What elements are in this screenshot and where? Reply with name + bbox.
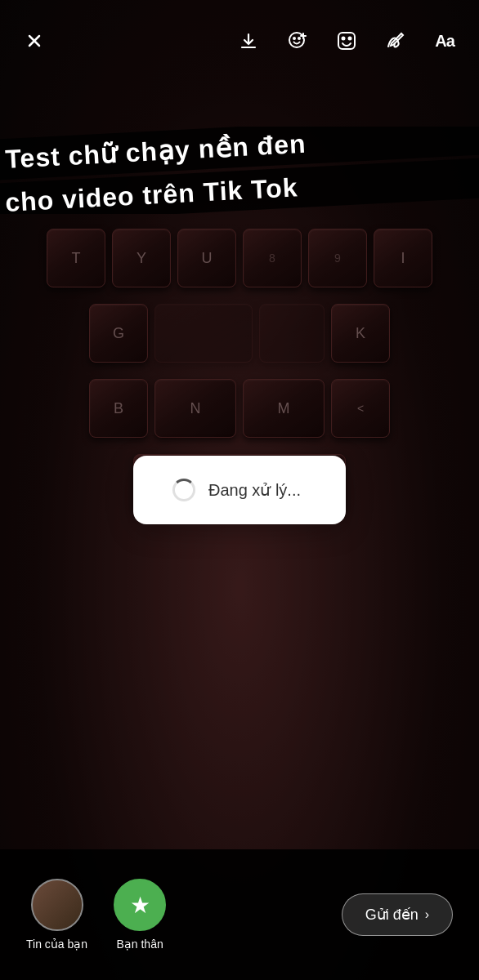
loading-spinner xyxy=(172,479,195,501)
dialog-overlay: Đang xử lý... xyxy=(0,0,479,980)
processing-dialog: Đang xử lý... xyxy=(133,456,346,524)
processing-text: Đang xử lý... xyxy=(208,480,301,500)
